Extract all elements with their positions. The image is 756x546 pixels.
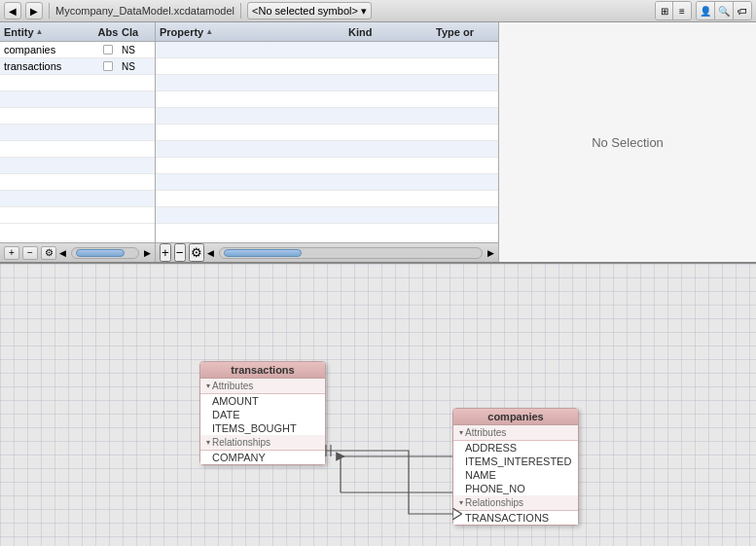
entity-name: transactions [4, 60, 94, 72]
canvas-area[interactable]: transactions ▾ Attributes AMOUNT DATE IT… [0, 264, 756, 546]
back-button[interactable]: ◀ [4, 2, 21, 19]
companies-title: companies [487, 411, 543, 422]
add-entity-button[interactable]: + [4, 246, 19, 260]
abs-checkbox [94, 45, 122, 55]
entity-panel: Entity ▲ Abs Cla companies NS transactio… [0, 22, 156, 262]
tag-button[interactable]: 🏷 [734, 2, 751, 19]
transactions-relationships-header[interactable]: ▾ Relationships [206, 436, 319, 449]
property-header: Property ▲ Kind Type or [156, 22, 498, 42]
list-view-button[interactable]: ≡ [673, 2, 691, 19]
property-row-empty [156, 207, 498, 224]
transactions-attr-amount: AMOUNT [200, 394, 325, 408]
entity-row-empty [0, 191, 155, 207]
transactions-title: transactions [231, 364, 294, 376]
filename-label: Mycompany_DataModel.xcdatamodel [55, 5, 234, 17]
prop-scroll-left-icon[interactable]: ◀ [207, 248, 214, 258]
entity-name: companies [4, 44, 94, 55]
property-row-empty [156, 75, 498, 91]
abs-checkbox [94, 61, 122, 71]
entity-scrollbar-thumb [76, 249, 125, 257]
transactions-entity-box[interactable]: transactions ▾ Attributes AMOUNT DATE IT… [199, 361, 326, 465]
remove-entity-button[interactable]: − [22, 246, 38, 260]
entity-class: NS [122, 61, 151, 72]
entity-row[interactable]: transactions NS [0, 58, 155, 75]
info-panel: No Selection [498, 22, 756, 262]
prop-scroll-right-icon[interactable]: ▶ [487, 248, 494, 258]
triangle-icon-cr: ▾ [459, 498, 463, 507]
companies-attributes-section: ▾ Attributes [453, 425, 578, 441]
entity-row-empty [0, 174, 155, 191]
entity-panel-toolbar: + − ⚙ ◀ ▶ [0, 242, 155, 262]
symbol-dropdown[interactable]: <No selected symbol> ▾ [247, 2, 372, 19]
class-col-header: Cla [122, 26, 151, 38]
transactions-attributes-label: Attributes [212, 381, 253, 391]
kind-col-header: Kind [348, 26, 436, 38]
relationship-connector-svg [0, 264, 756, 546]
entity-header: Entity ▲ Abs Cla [0, 22, 155, 42]
property-row-empty [156, 58, 498, 75]
toolbar-right: ⊞ ≡ 👤 🔍 🏷 [655, 1, 752, 20]
remove-property-button[interactable]: − [174, 243, 186, 262]
transactions-relationships-section: ▾ Relationships [200, 435, 325, 451]
property-row-empty [156, 158, 498, 174]
property-row-empty [156, 141, 498, 158]
companies-attr-phone-no: PHONE_NO [453, 482, 578, 495]
property-sort-icon: ▲ [205, 27, 213, 36]
search-button[interactable]: 🔍 [715, 2, 734, 19]
transactions-attributes-section: ▾ Attributes [200, 379, 325, 394]
property-row-empty [156, 174, 498, 191]
type-col-header: Type or [436, 26, 494, 38]
entity-col-header: Entity ▲ [4, 26, 94, 38]
grid-view-button[interactable]: ⊞ [656, 2, 673, 19]
transactions-attr-items-bought: ITEMS_BOUGHT [200, 421, 325, 435]
companies-relationships-label: Relationships [465, 497, 523, 508]
entity-row-empty [0, 75, 155, 91]
entity-row-empty [0, 207, 155, 224]
class-header-label: Cla [122, 26, 138, 38]
transactions-rel-company: COMPANY [200, 451, 325, 464]
property-panel: Property ▲ Kind Type or + − [156, 22, 498, 262]
abs-col-header: Abs [94, 26, 122, 38]
entity-row-empty [0, 125, 155, 141]
transactions-attributes-header[interactable]: ▾ Attributes [206, 380, 319, 392]
symbol-label: <No selected symbol> [252, 5, 358, 17]
entity-row-empty [0, 141, 155, 158]
companies-attr-name: NAME [453, 468, 578, 482]
upper-panel: Entity ▲ Abs Cla companies NS transactio… [0, 22, 756, 264]
kind-header-label: Kind [348, 26, 372, 38]
scroll-right-icon[interactable]: ▶ [144, 248, 151, 258]
companies-attr-address: ADDRESS [453, 441, 578, 455]
entity-row[interactable]: companies NS [0, 42, 155, 58]
companies-relationships-header[interactable]: ▾ Relationships [459, 496, 572, 509]
property-row-empty [156, 191, 498, 207]
view-toggle-group: ⊞ ≡ [655, 1, 692, 20]
property-row-empty [156, 91, 498, 108]
property-action-button[interactable]: ⚙ [189, 243, 204, 262]
scroll-left-icon[interactable]: ◀ [59, 248, 66, 258]
transactions-attr-date: DATE [200, 408, 325, 421]
property-rows [156, 42, 498, 242]
property-col-header: Property ▲ [160, 26, 348, 38]
forward-button[interactable]: ▶ [25, 2, 43, 19]
separator-1 [49, 3, 50, 18]
property-header-label: Property [160, 26, 203, 38]
companies-attributes-label: Attributes [465, 427, 506, 438]
action-button-group: 👤 🔍 🏷 [696, 1, 752, 20]
property-scrollbar[interactable] [219, 247, 483, 259]
type-header-label: Type or [436, 26, 474, 38]
person-button[interactable]: 👤 [697, 2, 715, 19]
entity-action-button[interactable]: ⚙ [41, 246, 56, 260]
transactions-box-header: transactions [200, 362, 325, 379]
entity-row-empty [0, 91, 155, 108]
separator-2 [240, 3, 241, 18]
property-panel-toolbar: + − ⚙ ◀ ▶ [156, 242, 498, 262]
entity-row-empty [0, 158, 155, 174]
entity-scrollbar[interactable] [71, 247, 139, 259]
dropdown-arrow-icon: ▾ [361, 5, 367, 18]
add-property-button[interactable]: + [160, 243, 171, 262]
companies-attr-items-interested: ITEMS_INTERESTED [453, 455, 578, 468]
property-scrollbar-thumb [224, 249, 302, 257]
property-row-empty [156, 125, 498, 141]
companies-entity-box[interactable]: companies ▾ Attributes ADDRESS ITEMS_INT… [452, 408, 579, 526]
companies-attributes-header[interactable]: ▾ Attributes [459, 426, 572, 439]
